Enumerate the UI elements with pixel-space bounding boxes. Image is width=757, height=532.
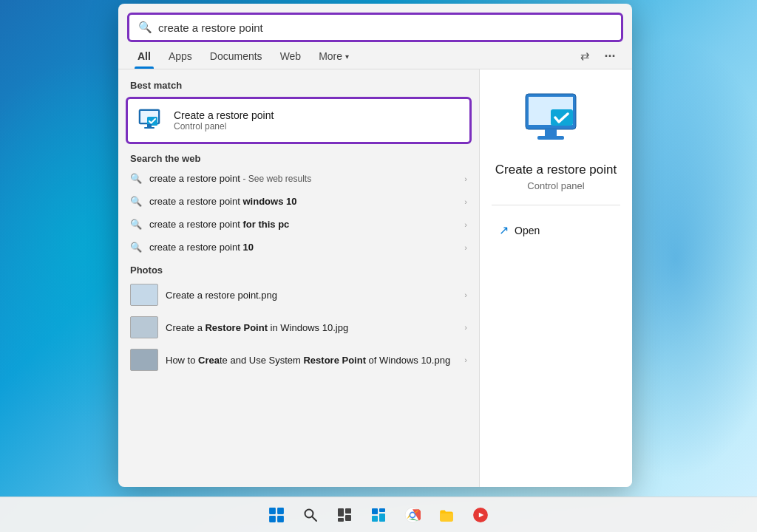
svg-rect-10: [545, 129, 557, 136]
photo-thumbnail: [130, 349, 158, 371]
web-result-1[interactable]: 🔍 create a restore point - See web resul…: [118, 167, 479, 190]
svg-rect-22: [372, 508, 378, 514]
chevron-right-icon: ›: [464, 355, 467, 364]
svg-rect-11: [537, 136, 564, 140]
search-web-title: Search the web: [118, 146, 479, 167]
start-button[interactable]: [260, 499, 293, 531]
search-result-icon: 🔍: [130, 196, 142, 207]
result-text: create a restore point for this pc: [149, 219, 457, 230]
chevron-down-icon: ▾: [345, 52, 349, 61]
best-match-type: Control panel: [174, 121, 461, 132]
best-match-title: Best match: [118, 77, 479, 95]
taskbar-search-button[interactable]: [294, 499, 327, 531]
svg-rect-24: [372, 516, 378, 522]
photo-name: Create a restore point.png: [166, 290, 457, 301]
chevron-right-icon: ›: [464, 243, 467, 252]
task-view-button[interactable]: [328, 499, 361, 531]
web-result-3[interactable]: 🔍 create a restore point for this pc ›: [118, 213, 479, 236]
detail-icon: [523, 90, 589, 152]
photo-result-3[interactable]: How to Create and Use System Restore Poi…: [118, 344, 479, 376]
filter-tabs-bar: All Apps Documents Web More ▾ ⇄ ···: [118, 44, 632, 69]
svg-rect-14: [269, 516, 276, 522]
photo-result-2[interactable]: Create a Restore Point in Windows 10.jpg…: [118, 311, 479, 344]
result-text: create a restore point 10: [149, 242, 457, 253]
svg-rect-20: [345, 515, 351, 521]
open-external-icon: ↗: [499, 223, 509, 237]
chevron-right-icon: ›: [464, 323, 467, 332]
svg-line-17: [312, 516, 316, 521]
best-match-info: Create a restore point Control panel: [174, 109, 461, 132]
best-match-item[interactable]: Create a restore point Control panel: [126, 97, 472, 144]
search-query-text: create a restore point: [158, 21, 612, 34]
web-result-2[interactable]: 🔍 create a restore point windows 10 ›: [118, 190, 479, 213]
search-result-icon: 🔍: [130, 242, 142, 253]
svg-point-29: [410, 513, 415, 517]
svg-rect-18: [338, 508, 344, 516]
search-input-wrapper[interactable]: 🔍 create a restore point: [127, 13, 623, 42]
chrome-button[interactable]: [396, 499, 429, 531]
tab-documents[interactable]: Documents: [201, 44, 271, 69]
left-panel: Best match: [118, 69, 479, 487]
search-overlay: 🔍 create a restore point All Apps Docume…: [118, 4, 632, 487]
photo-thumbnail: [130, 316, 158, 338]
best-match-name: Create a restore point: [174, 109, 461, 121]
more-options-button[interactable]: ···: [598, 44, 622, 68]
tab-all[interactable]: All: [129, 44, 160, 69]
svg-rect-13: [277, 508, 284, 514]
photo-thumbnail: [130, 284, 158, 306]
widgets-button[interactable]: [362, 499, 395, 531]
svg-rect-12: [269, 508, 276, 514]
search-result-icon: 🔍: [130, 219, 142, 230]
open-label: Open: [515, 225, 540, 236]
photo-result-1[interactable]: Create a restore point.png ›: [118, 279, 479, 311]
tab-apps[interactable]: Apps: [160, 44, 201, 69]
svg-rect-21: [338, 518, 344, 522]
restore-point-icon: [137, 106, 165, 134]
taskbar: [0, 497, 757, 532]
share-button[interactable]: ⇄: [573, 44, 597, 68]
result-text: create a restore point - See web results: [149, 173, 457, 184]
tab-more[interactable]: More ▾: [310, 44, 358, 69]
right-detail-panel: Create a restore point Control panel ↗ O…: [479, 69, 632, 487]
chevron-right-icon: ›: [464, 290, 467, 299]
svg-rect-19: [345, 508, 351, 514]
svg-rect-5: [147, 124, 152, 127]
detail-title: Create a restore point: [495, 163, 617, 177]
search-result-icon: 🔍: [130, 173, 142, 184]
result-text: create a restore point windows 10: [149, 196, 457, 207]
chevron-right-icon: ›: [464, 174, 467, 183]
detail-subtitle: Control panel: [527, 180, 584, 191]
photos-title: Photos: [118, 259, 479, 279]
chevron-right-icon: ›: [464, 197, 467, 206]
search-icon: 🔍: [138, 21, 152, 34]
photo-name: Create a Restore Point in Windows 10.jpg: [166, 322, 457, 333]
svg-rect-25: [379, 514, 385, 522]
photo-name: How to Create and Use System Restore Poi…: [166, 355, 457, 366]
file-explorer-button[interactable]: [430, 499, 463, 531]
chevron-right-icon: ›: [464, 220, 467, 229]
web-result-4[interactable]: 🔍 create a restore point 10 ›: [118, 236, 479, 259]
svg-rect-23: [379, 508, 385, 512]
detail-divider: [492, 205, 620, 205]
search-bar-container: 🔍 create a restore point: [118, 4, 632, 42]
svg-rect-15: [277, 516, 284, 522]
svg-rect-6: [144, 127, 155, 129]
tab-web[interactable]: Web: [271, 44, 310, 69]
media-button[interactable]: [464, 499, 497, 531]
main-content: Best match: [118, 69, 632, 487]
open-button[interactable]: ↗ Open: [492, 219, 547, 242]
